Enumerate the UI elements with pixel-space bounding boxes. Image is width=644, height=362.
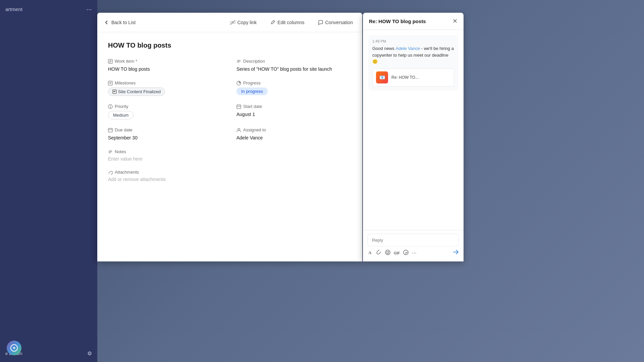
message-time: 1:49 PM (372, 39, 454, 43)
due-date-label: Due date (108, 127, 223, 132)
conversation-title: Re: HOW TO blog posts (369, 18, 426, 24)
svg-point-17 (110, 107, 111, 108)
edit-columns-button[interactable]: Edit columns (267, 18, 307, 27)
work-item-label-text: Work item * (115, 59, 137, 64)
attachments-section: Attachments Add or remove attachments (108, 170, 352, 182)
message-text-before: Good news (372, 46, 395, 51)
svg-point-32 (387, 251, 387, 252)
priority-field: Priority Medium (108, 104, 223, 119)
app-logo (7, 341, 21, 355)
more-options-button[interactable]: ··· (412, 250, 416, 256)
priority-label: Priority (108, 104, 223, 109)
message-attachment[interactable]: 📧 Re: HOW TO... (372, 68, 454, 86)
start-date-label: Start date (236, 104, 352, 109)
reply-area: A GIF ·· (363, 230, 464, 261)
attachments-input[interactable]: Add or remove attachments (108, 177, 352, 182)
back-to-list-button[interactable]: Back to List (104, 20, 136, 25)
copy-link-label: Copy link (237, 20, 257, 25)
description-label-text: Description (243, 59, 265, 64)
description-label: Description (236, 59, 352, 64)
progress-badge[interactable]: In progress (236, 87, 268, 95)
message-card: 1:49 PM Good news Adele Vance - we'll be… (368, 35, 458, 90)
attachments-label: Attachments (108, 170, 352, 175)
progress-field: Progress In progress (236, 80, 352, 96)
send-button[interactable] (453, 249, 459, 257)
message-text: Good news Adele Vance - we'll be hiring … (372, 45, 454, 65)
milestones-label-text: Milestones (115, 80, 136, 85)
sidebar-more-button[interactable]: ··· (86, 5, 92, 13)
content-area: HOW TO blog posts Work item * HOW TO blo… (97, 32, 362, 261)
sidebar-title: artment (5, 6, 22, 12)
attachments-label-text: Attachments (115, 170, 139, 175)
conversation-header: Re: HOW TO blog posts ✕ (363, 13, 464, 30)
conversation-body: 1:49 PM Good news Adele Vance - we'll be… (363, 30, 464, 230)
assigned-to-label: Assigned to (236, 127, 352, 132)
due-date-label-text: Due date (115, 127, 132, 132)
priority-label-text: Priority (115, 104, 128, 109)
start-date-label-text: Start date (243, 104, 262, 109)
progress-badge-label: In progress (241, 89, 263, 94)
svg-point-26 (238, 128, 240, 130)
edit-columns-label: Edit columns (277, 20, 304, 25)
notes-label: Notes (108, 149, 352, 154)
due-date-field: Due date September 30 (108, 127, 223, 141)
conversation-label: Conversation (325, 20, 353, 25)
progress-label: Progress (236, 80, 352, 85)
assigned-to-field: Assigned to Adele Vance (236, 127, 352, 141)
message-mention: Adele Vance (395, 46, 420, 51)
due-date-value: September 30 (108, 134, 223, 141)
back-label: Back to List (111, 20, 136, 25)
sticker-button[interactable] (403, 250, 409, 256)
start-date-value: August 1 (236, 111, 352, 118)
svg-rect-22 (108, 128, 112, 132)
attach-file-button[interactable] (376, 250, 382, 256)
svg-point-33 (388, 251, 389, 252)
fields-grid: Work item * HOW TO blog posts Descriptio… (108, 59, 352, 141)
priority-badge[interactable]: Medium (108, 111, 133, 119)
assigned-to-label-text: Assigned to (243, 127, 266, 132)
assigned-to-value: Adele Vance (236, 134, 352, 141)
notes-label-text: Notes (115, 149, 126, 154)
conversation-panel: Re: HOW TO blog posts ✕ 1:49 PM Good new… (363, 13, 464, 261)
reply-input[interactable] (368, 234, 459, 246)
sidebar: artment ··· e a team ⚙ (0, 0, 97, 362)
reply-toolbar: A GIF ·· (368, 246, 459, 258)
sidebar-header: artment ··· (0, 0, 97, 18)
priority-badge-label: Medium (113, 113, 128, 118)
copy-link-button[interactable]: Copy link (227, 18, 260, 27)
settings-icon[interactable]: ⚙ (87, 350, 92, 357)
attachment-label: Re: HOW TO... (391, 75, 419, 80)
conversation-button[interactable]: Conversation (315, 18, 356, 27)
top-bar: Back to List Copy link Edit columns Conv… (97, 13, 362, 32)
milestones-field: Milestones Site Content Finalized (108, 80, 223, 96)
close-conversation-button[interactable]: ✕ (452, 18, 458, 24)
svg-text:A: A (368, 250, 372, 255)
description-value: Series of "HOW TO" blog posts for site l… (236, 66, 352, 72)
description-field: Description Series of "HOW TO" blog post… (236, 59, 352, 72)
milestone-tag-label: Site Content Finalized (118, 89, 161, 94)
page-title: HOW TO blog posts (108, 42, 352, 49)
milestones-label: Milestones (108, 80, 223, 85)
progress-label-text: Progress (243, 80, 261, 85)
start-date-field: Start date August 1 (236, 104, 352, 119)
notes-section: Notes Enter value here (108, 149, 352, 162)
main-panel: Back to List Copy link Edit columns Conv… (97, 13, 362, 261)
work-item-label: Work item * (108, 59, 223, 64)
attachment-icon: 📧 (376, 71, 388, 83)
work-item-value: HOW TO blog posts (108, 66, 223, 72)
work-item-field: Work item * HOW TO blog posts (108, 59, 223, 72)
svg-rect-18 (237, 105, 241, 109)
svg-point-31 (385, 250, 390, 255)
milestone-tag[interactable]: Site Content Finalized (108, 87, 165, 96)
notes-input[interactable]: Enter value here (108, 156, 352, 162)
emoji-button[interactable] (385, 250, 390, 256)
format-text-button[interactable]: A (368, 250, 373, 256)
gif-button[interactable]: GIF (394, 251, 400, 255)
